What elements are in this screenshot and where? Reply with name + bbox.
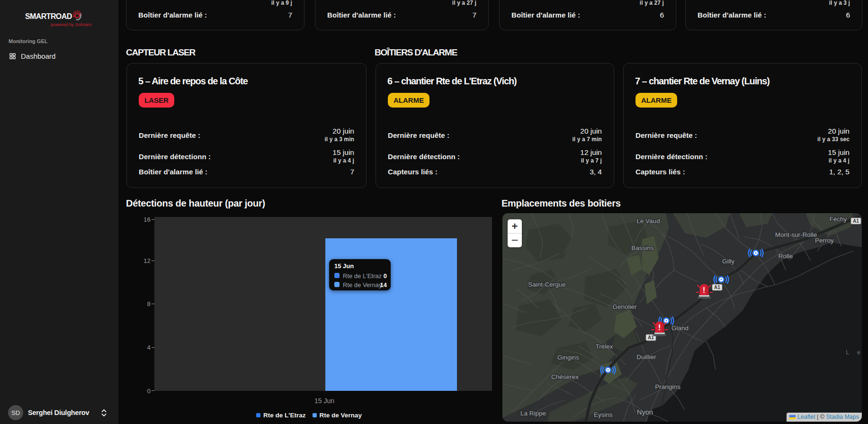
svg-text:Genolier: Genolier [612, 303, 637, 310]
svg-text:Trélex: Trélex [595, 343, 613, 350]
svg-text:Chéserex: Chéserex [551, 373, 579, 380]
svg-text:Le Vaud: Le Vaud [636, 217, 660, 225]
svg-text:Bassins: Bassins [631, 244, 654, 252]
svg-text:Mont-sur-Rolle: Mont-sur-Rolle [775, 231, 817, 238]
svg-text:A1: A1 [648, 335, 654, 340]
svg-text:L e: L e [846, 349, 862, 356]
svg-text:Perroy: Perroy [815, 237, 834, 244]
svg-text:Rolle: Rolle [779, 253, 793, 260]
svg-text:Eysins: Eysins [594, 411, 613, 418]
svg-text:La Rippe: La Rippe [520, 410, 546, 417]
svg-text:A1: A1 [853, 218, 859, 224]
svg-text:Gingins: Gingins [557, 354, 579, 361]
svg-text:Gland: Gland [671, 325, 689, 332]
svg-text:Nyon: Nyon [637, 408, 653, 416]
svg-text:A1: A1 [714, 285, 720, 290]
svg-text:Saint-Cergue: Saint-Cergue [528, 281, 566, 288]
svg-text:Féchy: Féchy [830, 216, 847, 223]
svg-text:Duillier: Duillier [636, 353, 656, 361]
svg-text:Gilly: Gilly [722, 258, 734, 265]
svg-text:Prangins: Prangins [655, 383, 680, 390]
